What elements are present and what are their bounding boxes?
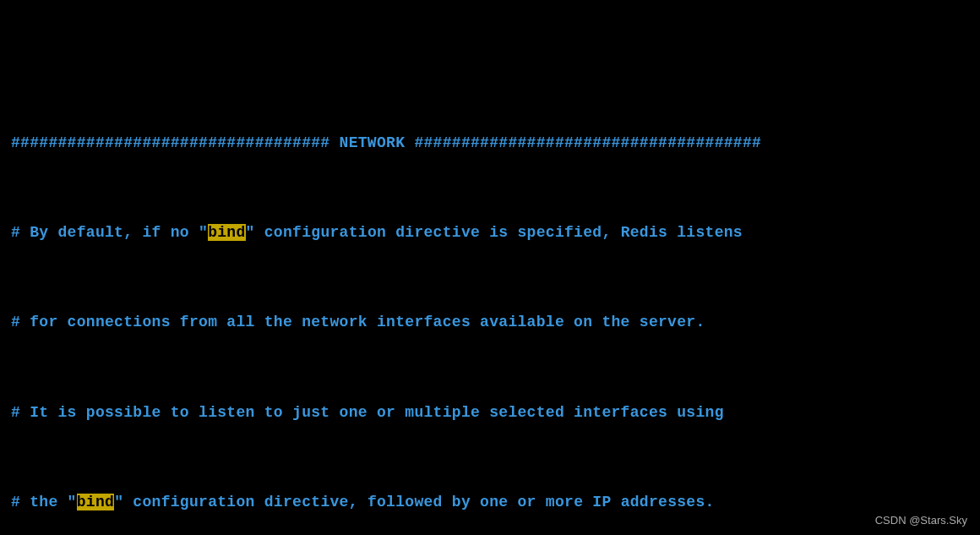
config-comment: # By default, if no "bind" configuration… bbox=[11, 210, 969, 255]
search-highlight: bind bbox=[77, 494, 114, 510]
config-comment: # It is possible to listen to just one o… bbox=[11, 390, 969, 435]
config-comment: # for connections from all the network i… bbox=[11, 300, 969, 345]
config-comment: # the "bind" configuration directive, fo… bbox=[11, 480, 969, 525]
search-highlight: bind bbox=[208, 224, 245, 241]
watermark: CSDN @Stars.Sky bbox=[875, 514, 967, 527]
config-header: ################################## NETWO… bbox=[11, 121, 969, 166]
terminal-output: ################################## NETWO… bbox=[0, 68, 980, 535]
